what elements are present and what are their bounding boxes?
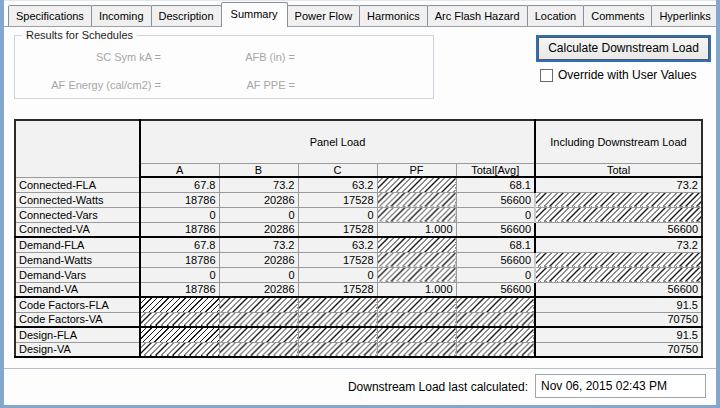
afb-in-label: AFB (in) = (195, 51, 295, 63)
value-cell: 0 (219, 207, 298, 222)
table-row: Demand-FLA67.873.263.268.173.2 (15, 237, 702, 252)
tab-harmonics[interactable]: Harmonics (359, 5, 428, 26)
value-cell: 20286 (219, 252, 298, 267)
override-with-user-values-row: Override with User Values (540, 68, 697, 82)
row-label: Code Factors-VA (15, 312, 140, 327)
table-row: Demand-Watts18786202861752856600 (15, 252, 702, 267)
table-row: Code Factors-VA70750 (15, 312, 702, 327)
value-cell: 73.2 (535, 177, 702, 192)
tab-hyperlinks[interactable]: Hyperlinks (651, 5, 718, 26)
col-header-pf: PF (377, 163, 456, 177)
col-header-b: B (219, 163, 298, 177)
calculate-downstream-load-button[interactable]: Calculate Downstream Load (538, 37, 709, 60)
col-header-total: Total (535, 163, 702, 177)
value-cell: 67.8 (140, 177, 219, 192)
hatched-cell (456, 327, 535, 342)
results-for-schedules-groupbox: Results for Schedules SC Sym kA = AFB (i… (14, 35, 434, 99)
override-checkbox[interactable] (540, 69, 553, 82)
hatched-cell (377, 177, 456, 192)
panel-load-table: Panel Load Including Downstream Load A B… (14, 119, 703, 358)
hatched-cell (219, 297, 298, 312)
downstream-load-last-calculated-label: Downstream Load last calculated: (290, 380, 528, 394)
row-label: Connected-Vars (15, 207, 140, 222)
row-label: Demand-FLA (15, 237, 140, 252)
value-cell: 18786 (140, 192, 219, 207)
value-cell: 1.000 (377, 222, 456, 237)
hatched-cell (456, 312, 535, 327)
value-cell: 18786 (140, 282, 219, 297)
value-cell: 0 (298, 267, 377, 282)
value-cell: 70750 (535, 312, 702, 327)
value-cell: 20286 (219, 282, 298, 297)
value-cell: 56600 (456, 282, 535, 297)
hatched-cell (456, 297, 535, 312)
row-label: Demand-Vars (15, 267, 140, 282)
value-cell: 63.2 (298, 177, 377, 192)
table-row: Design-VA70750 (15, 342, 702, 357)
col-header-total-avg: Total[Avg] (456, 163, 535, 177)
value-cell: 70750 (535, 342, 702, 357)
hatched-cell (377, 237, 456, 252)
value-cell: 0 (219, 267, 298, 282)
tab-description[interactable]: Description (151, 5, 222, 26)
tab-specifications[interactable]: Specifications (8, 5, 92, 26)
value-cell: 0 (140, 267, 219, 282)
hatched-cell (298, 312, 377, 327)
col-header-a: A (140, 163, 219, 177)
tab-power-flow[interactable]: Power Flow (287, 5, 360, 26)
value-cell: 0 (456, 267, 535, 282)
value-cell: 18786 (140, 222, 219, 237)
row-label: Code Factors-FLA (15, 297, 140, 312)
value-cell: 56600 (456, 222, 535, 237)
tab-arc-flash-hazard[interactable]: Arc Flash Hazard (427, 5, 528, 26)
value-cell: 91.5 (535, 297, 702, 312)
hatched-cell (535, 267, 702, 282)
summary-tab-page: Results for Schedules SC Sym kA = AFB (i… (4, 26, 716, 369)
hatched-cell (298, 327, 377, 342)
value-cell: 68.1 (456, 237, 535, 252)
col-header-c: C (298, 163, 377, 177)
value-cell: 73.2 (219, 177, 298, 192)
hatched-cell (377, 192, 456, 207)
value-cell: 91.5 (535, 327, 702, 342)
value-cell: 68.1 (456, 177, 535, 192)
hatched-cell (140, 312, 219, 327)
value-cell: 73.2 (219, 237, 298, 252)
hatched-cell (219, 312, 298, 327)
hatched-cell (219, 342, 298, 357)
value-cell: 17528 (298, 222, 377, 237)
hatched-cell (377, 252, 456, 267)
value-cell: 17528 (298, 252, 377, 267)
row-label: Design-VA (15, 342, 140, 357)
hatched-cell (140, 327, 219, 342)
value-cell: 56600 (456, 252, 535, 267)
hatched-cell (140, 297, 219, 312)
tab-comments[interactable]: Comments (583, 5, 652, 26)
groupbox-title: Results for Schedules (22, 29, 137, 41)
hatched-cell (377, 327, 456, 342)
hatched-cell (377, 267, 456, 282)
hatched-cell (535, 192, 702, 207)
value-cell: 17528 (298, 192, 377, 207)
value-cell: 67.8 (140, 237, 219, 252)
tab-location[interactable]: Location (527, 5, 585, 26)
tab-bar: SpecificationsIncomingDescriptionSummary… (8, 0, 719, 26)
tab-incoming[interactable]: Incoming (91, 5, 152, 26)
table-row: Demand-VA1878620286175281.0005660056600 (15, 282, 702, 297)
value-cell: 18786 (140, 252, 219, 267)
table-corner-cell (15, 120, 140, 177)
panel-load-group-header: Panel Load (140, 120, 535, 163)
value-cell: 17528 (298, 282, 377, 297)
window-border-top (0, 0, 720, 1)
hatched-cell (456, 342, 535, 357)
tab-summary[interactable]: Summary (221, 2, 288, 27)
table-row: Design-FLA91.5 (15, 327, 702, 342)
hatched-cell (377, 312, 456, 327)
value-cell: 20286 (219, 192, 298, 207)
value-cell: 0 (140, 207, 219, 222)
row-label: Connected-Watts (15, 192, 140, 207)
hatched-cell (535, 207, 702, 222)
hatched-cell (298, 342, 377, 357)
table-body: Connected-FLA67.873.263.268.173.2Connect… (15, 177, 702, 357)
last-calculated-date-field[interactable]: Nov 06, 2015 02:43 PM (535, 374, 706, 398)
